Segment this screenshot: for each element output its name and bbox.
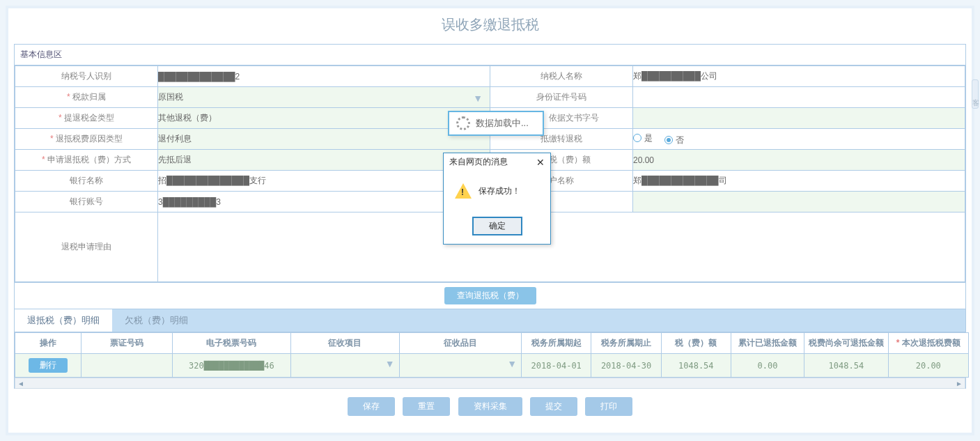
- radio-no[interactable]: 否: [664, 134, 684, 146]
- label-reason: 退税申请理由: [15, 212, 158, 282]
- col-coll-item: 征收项目: [291, 333, 399, 354]
- reset-button[interactable]: 重置: [403, 397, 450, 416]
- col-coll-sub: 征收品目: [399, 333, 522, 354]
- cell-this-refund[interactable]: 20.00: [888, 354, 968, 378]
- close-icon[interactable]: ✕: [536, 157, 545, 168]
- warning-icon: [455, 183, 472, 199]
- tabs: 退抵税（费）明细 欠税（费）明细: [14, 309, 966, 332]
- label-id-card: 身份证件号码: [490, 87, 633, 108]
- save-success-modal: 来自网页的消息 ✕ 保存成功！ 确定: [443, 153, 551, 245]
- col-op: 操作: [15, 333, 81, 354]
- select-refund-type[interactable]: 其他退税（费） ▼: [158, 108, 490, 129]
- col-cert: 票证号码: [81, 333, 172, 354]
- col-refunded: 累计已退抵金额: [731, 333, 804, 354]
- cell-refunded: 0.00: [731, 354, 804, 378]
- spinner-icon: [456, 116, 470, 130]
- label-taxpayer-id: 纳税号人识别: [15, 66, 158, 87]
- cell-eticket: 320████████████46: [172, 354, 290, 378]
- footer-buttons: 保存 重置 资料采集 提交 打印: [8, 397, 972, 416]
- label-refund-type: 提退税金类型: [15, 108, 158, 129]
- side-pill[interactable]: 客: [972, 79, 979, 109]
- label-bank-name: 银行名称: [15, 171, 158, 192]
- value-apply-amount[interactable]: 20.00: [633, 150, 965, 171]
- value-blank: [633, 192, 965, 212]
- chevron-down-icon: ▼: [385, 358, 395, 369]
- col-eticket: 电子税票号码: [172, 333, 290, 354]
- submit-button[interactable]: 提交: [530, 397, 577, 416]
- col-period-from: 税务所属期起: [522, 333, 591, 354]
- col-remain: 税费尚余可退抵金额: [804, 333, 888, 354]
- label-apply-method: 申请退抵税（费）方式: [15, 150, 158, 171]
- loading-text: 数据加载中...: [476, 117, 529, 130]
- cell-coll-item[interactable]: ▼: [291, 354, 399, 378]
- radio-yes-label: 是: [644, 132, 653, 144]
- table-row: 删行 320████████████46 ▼ ▼ 2018-04-01 2018…: [15, 354, 969, 378]
- select-reason-type-text: 退付利息: [158, 134, 192, 144]
- modal-body-text: 保存成功！: [479, 185, 520, 197]
- cell-coll-sub[interactable]: ▼: [399, 354, 522, 378]
- scroll-track[interactable]: [26, 378, 954, 388]
- value-account-name: 郑█████████████司: [633, 171, 965, 192]
- cell-remain: 1048.54: [804, 354, 888, 378]
- section-title: 基本信息区: [15, 45, 965, 65]
- col-tax-amt: 税（费）额: [661, 333, 731, 354]
- loading-toast: 数据加载中...: [448, 111, 544, 136]
- value-doc-no[interactable]: [633, 108, 965, 129]
- label-taxpayer-name: 纳税人名称: [490, 66, 633, 87]
- select-apply-method[interactable]: 先抵后退: [158, 150, 490, 171]
- delete-row-button[interactable]: 删行: [29, 358, 68, 373]
- grid-table: 操作 票证号码 电子税票号码 征收项目 征收品目 税务所属期起 税务所属期止 税…: [15, 332, 969, 378]
- label-bank-account: 银行账号: [15, 192, 158, 212]
- grid-container: 操作 票证号码 电子税票号码 征收项目 征收品目 税务所属期起 税务所属期止 税…: [14, 332, 966, 389]
- col-this-refund: 本次退抵税费额: [888, 333, 968, 354]
- radio-offset-refund: 是 否: [633, 129, 965, 150]
- chevron-down-icon: ▼: [507, 358, 517, 369]
- cell-period-from: 2018-04-01: [522, 354, 591, 378]
- label-reason-type: 退抵税费原因类型: [15, 129, 158, 150]
- save-button[interactable]: 保存: [348, 397, 395, 416]
- query-refund-button[interactable]: 查询退抵税（费）: [444, 287, 536, 304]
- select-tax-belong[interactable]: 原国税 ▼: [158, 87, 490, 108]
- value-taxpayer-name: 郑██████████公司: [633, 66, 965, 87]
- textarea-reason[interactable]: [158, 212, 965, 282]
- radio-no-label: 否: [676, 134, 684, 146]
- collect-button[interactable]: 资料采集: [458, 397, 522, 416]
- value-id-card: [633, 87, 965, 108]
- tab-arrears-detail[interactable]: 欠税（费）明细: [112, 309, 201, 332]
- scroll-left-arrow[interactable]: ◄: [15, 378, 26, 388]
- horizontal-scrollbar[interactable]: ◄ ►: [15, 378, 965, 389]
- value-taxpayer-id: █████████████2: [158, 66, 490, 87]
- modal-title: 来自网页的消息: [449, 156, 508, 168]
- ok-button[interactable]: 确定: [472, 217, 522, 235]
- page-title: 误收多缴退抵税: [8, 8, 972, 44]
- print-button[interactable]: 打印: [585, 397, 632, 416]
- query-bar: 查询退抵税（费）: [15, 282, 965, 309]
- col-period-to: 税务所属期止: [591, 333, 661, 354]
- value-bank-account: 3█████████3: [158, 192, 490, 212]
- cell-period-to: 2018-04-30: [591, 354, 661, 378]
- label-tax-belong: 税款归属: [15, 87, 158, 108]
- tab-refund-detail[interactable]: 退抵税（费）明细: [15, 309, 112, 332]
- select-reason-type[interactable]: 退付利息: [158, 129, 490, 150]
- chevron-down-icon: ▼: [473, 93, 483, 104]
- scroll-right-arrow[interactable]: ►: [954, 378, 965, 388]
- cell-cert: [81, 354, 172, 378]
- select-refund-type-text: 其他退税（费）: [158, 113, 217, 123]
- select-apply-method-text: 先抵后退: [158, 155, 192, 164]
- cell-tax-amt: 1048.54: [661, 354, 731, 378]
- value-bank-name: 招██████████████支行: [158, 171, 490, 192]
- radio-yes[interactable]: 是: [633, 132, 653, 144]
- select-tax-belong-text: 原国税: [158, 92, 183, 102]
